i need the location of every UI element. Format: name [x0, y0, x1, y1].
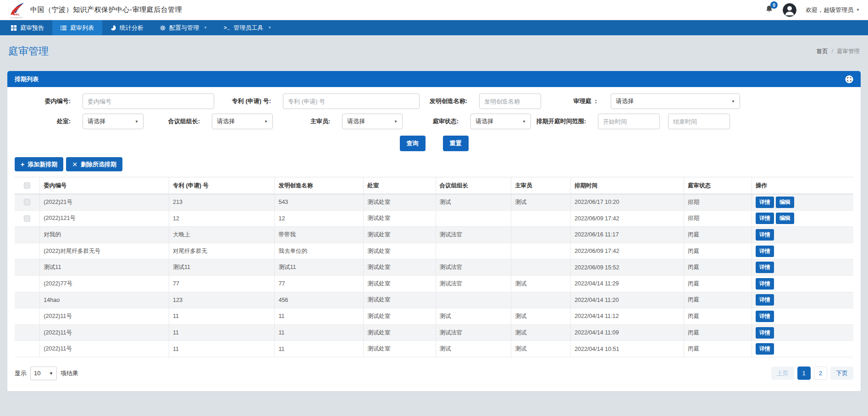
table-row: (2022)11号1111测试处室测试法官测试2022/04/14 11:09闭… — [15, 324, 853, 341]
page-button-1[interactable]: 1 — [797, 367, 811, 380]
column-header: 庭审状态 — [684, 177, 752, 194]
table-cell: 11 — [275, 308, 364, 325]
chevron-down-icon: ▼ — [731, 99, 735, 104]
table-cell — [511, 292, 571, 308]
row-checkbox[interactable] — [24, 199, 30, 205]
page-button-2[interactable]: 2 — [814, 367, 827, 380]
invention-name-input[interactable] — [479, 93, 541, 109]
detail-button[interactable]: 详情 — [756, 311, 774, 322]
table-cell: 2022/06/09 17:42 — [571, 243, 684, 259]
table-cell: 2022/06/09 17:42 — [571, 210, 684, 227]
nav-item-schedule-preview[interactable]: 庭审预告 — [3, 20, 52, 35]
avatar[interactable] — [783, 3, 796, 17]
schedule-table: 委内编号专利 (申请) 号发明创造名称处室合议组组长主审员排期时间庭审状态操作 … — [15, 177, 853, 357]
table-cell: (2022)11号 — [40, 341, 169, 357]
page-size-select[interactable]: 10 ▼ — [30, 367, 57, 380]
detail-button[interactable]: 详情 — [756, 197, 774, 208]
table-cell: 测试处室 — [364, 243, 436, 259]
time-range-end-input[interactable] — [668, 114, 730, 129]
court-select[interactable]: 请选择▼ — [611, 93, 740, 109]
detail-button[interactable]: 详情 — [756, 246, 774, 257]
detail-button[interactable]: 详情 — [756, 343, 774, 355]
welcome-text: 欢迎，超级管理员 — [806, 6, 853, 14]
table-cell: (2022)对尾纤多群无号 — [40, 243, 169, 259]
department-select[interactable]: 请选择▼ — [83, 114, 144, 129]
court-label: 审理庭 ： — [541, 97, 611, 105]
detail-button[interactable]: 详情 — [756, 229, 774, 241]
detail-button[interactable]: 详情 — [756, 262, 774, 273]
table-cell — [511, 259, 571, 276]
table-cell: 11 — [275, 341, 364, 357]
table-cell: 测试11 — [40, 259, 169, 276]
table-cell: 排期 — [684, 194, 752, 211]
nav-item-trial-list[interactable]: 庭审列表 — [52, 20, 102, 35]
chevron-down-icon: ▼ — [856, 8, 860, 12]
table-cell: 测试处室 — [364, 275, 436, 292]
edit-button[interactable]: 编辑 — [776, 213, 794, 224]
detail-button[interactable]: 详情 — [756, 213, 774, 224]
plus-icon: + — [21, 161, 24, 168]
internal-number-input[interactable] — [83, 93, 214, 109]
table-cell: 2022/04/14 11:20 — [571, 292, 684, 308]
nav-item-config-management[interactable]: 配置与管理▼ — [152, 20, 216, 35]
nav-item-label: 庭审预告 — [20, 24, 44, 32]
select-all-checkbox[interactable] — [24, 182, 30, 189]
table-cell: 77 — [275, 275, 364, 292]
table-cell: 456 — [275, 292, 364, 308]
column-header: 排期时间 — [571, 177, 684, 194]
table-cell: 闭庭 — [684, 243, 752, 259]
panel-leader-select[interactable]: 请选择▼ — [212, 114, 273, 129]
table-cell: 对我的 — [40, 227, 169, 243]
chevron-down-icon: ▼ — [264, 120, 268, 124]
add-schedule-button[interactable]: + 添加新排期 — [15, 157, 63, 171]
table-cell: 测试 — [511, 308, 571, 325]
patent-number-input[interactable] — [283, 93, 420, 109]
table-cell: 大晚上 — [169, 227, 275, 243]
time-range-start-input[interactable] — [598, 114, 660, 129]
department-label: 处室: — [15, 117, 83, 126]
chevron-down-icon: ▼ — [268, 26, 271, 30]
nav-item-admin-tools[interactable]: >_管理员工具▼ — [216, 20, 280, 35]
trial-status-label: 庭审状态: — [403, 117, 470, 126]
detail-button[interactable]: 详情 — [756, 294, 774, 306]
notification-badge: 0 — [770, 1, 778, 9]
column-header: 委内编号 — [40, 177, 169, 194]
table-cell: 测试11 — [275, 259, 364, 276]
table-row: 测试11测试11测试11测试处室测试法官2022/06/09 15:52闭庭详情 — [15, 259, 853, 276]
table-cell: 闭庭 — [684, 324, 752, 341]
row-checkbox[interactable] — [24, 215, 30, 222]
table-cell: 测试处室 — [364, 341, 436, 357]
prev-page-button[interactable]: 上页 — [771, 367, 794, 380]
chief-judge-select[interactable]: 请选择▼ — [342, 114, 403, 129]
notifications-button[interactable]: 0 — [765, 5, 774, 15]
table-cell: 测试处室 — [364, 259, 436, 276]
table-cell: 我去单位的 — [275, 243, 364, 259]
table-cell — [436, 292, 511, 308]
svg-text:IPPC: IPPC — [14, 13, 20, 16]
detail-button[interactable]: 详情 — [756, 278, 774, 290]
delete-selected-button[interactable]: ✕ 删除所选排期 — [66, 157, 122, 171]
search-button[interactable]: 查询 — [400, 136, 426, 151]
nav-item-statistics[interactable]: 统计分析 — [102, 20, 152, 35]
pie-icon — [111, 25, 116, 31]
expand-panel-button[interactable] — [845, 75, 853, 83]
edit-button[interactable]: 编辑 — [776, 197, 794, 208]
filter-group-internal-number: 委内编号: — [15, 93, 214, 109]
table-cell: 213 — [169, 194, 275, 211]
trial-status-select[interactable]: 请选择▼ — [470, 114, 531, 129]
table-cell: 测试处室 — [364, 308, 436, 325]
table-cell: 测试法官 — [436, 275, 511, 292]
table-cell: 11 — [169, 324, 275, 341]
breadcrumb-home-link[interactable]: 首页 — [817, 48, 828, 55]
reset-button[interactable]: 重置 — [443, 136, 469, 151]
svg-text:知识产权保护中心: 知识产权保护中心 — [10, 16, 23, 18]
chevron-down-icon: ▼ — [135, 120, 138, 124]
detail-button[interactable]: 详情 — [756, 327, 774, 339]
table-cell: 测试 — [436, 308, 511, 325]
nav-item-label: 庭审列表 — [70, 24, 94, 32]
next-page-button[interactable]: 下页 — [830, 367, 853, 380]
table-row: (2022)121号1212测试处室2022/06/09 17:42排期详情编辑 — [15, 210, 853, 227]
user-menu[interactable]: 欢迎，超级管理员 ▼ — [806, 6, 860, 14]
table-cell: 测试 — [511, 194, 571, 211]
table-cell: 测试 — [511, 341, 571, 357]
